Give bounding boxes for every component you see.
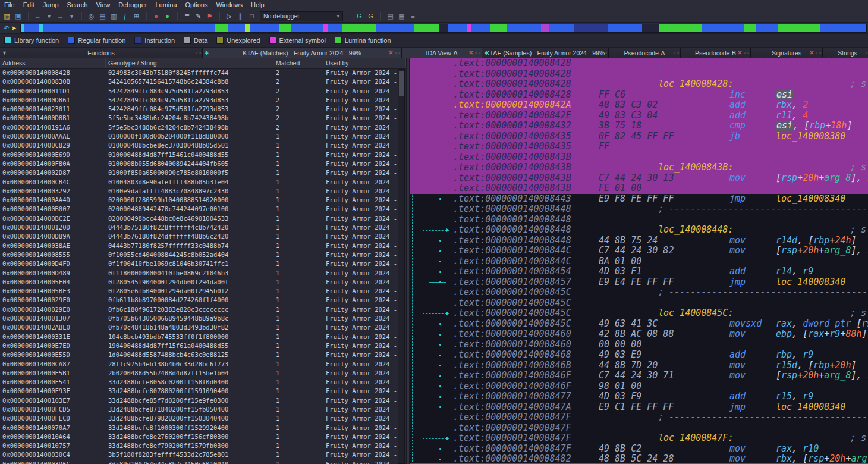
table-row[interactable]: 0x000000014000120D04443b75180f8228ffffff…: [0, 223, 406, 232]
lumina-pull-icon[interactable]: G: [354, 11, 365, 21]
table-row[interactable]: 0x000000014000CA8728ffc975b4eb138b4b0c33…: [0, 360, 406, 369]
table-row[interactable]: 0x00000001400029F00fb611b8b897000084d274…: [0, 296, 406, 305]
disasm-instruction-line[interactable]: .text:000000014000847F49 8B C2movrax, r1…: [410, 444, 868, 454]
table-row[interactable]: 0x00000001400038AE04443b77180f8257ffffff…: [0, 242, 406, 250]
close-icon[interactable]: ✕: [809, 50, 814, 56]
disasm-instruction-line[interactable]: .text:00000001400084323B 75 18cmpesi, [r…: [410, 121, 868, 131]
table-row[interactable]: 0x00000001400191A65f5e5bc3488b6c24204c8b…: [0, 123, 406, 132]
disasm-label-line[interactable]: .text:000000014000845Cloc_14000845C:; s: [410, 308, 868, 319]
table-row[interactable]: 0x000000014000F54133d2488bcfe8058c0200ff…: [0, 378, 406, 387]
resume-icon[interactable]: ●: [162, 11, 173, 21]
table-row[interactable]: 0x00000001400085550f10055cd404008844245c…: [0, 250, 406, 259]
table-row[interactable]: 0x000000014000830B54241056574156415748b6…: [0, 77, 406, 86]
table-row[interactable]: 0x000000014000FCD533d2488bcfe871840200ff…: [0, 405, 406, 414]
script-icon[interactable]: ✎: [193, 11, 204, 21]
disasm-separator-line[interactable]: .text:000000014000847F; ----------------…: [410, 412, 868, 423]
disasm-instruction-line[interactable]: .text:000000014000845C49 63 41 3Cmovsxdr…: [410, 319, 868, 330]
disasm-instruction-line[interactable]: .text:0000000140008443E9 F8 FE FF FFjmpl…: [410, 194, 868, 205]
maximize-window-icon[interactable]: ▫: [605, 51, 607, 55]
float-window-icon[interactable]: ▫: [816, 51, 817, 55]
table-row[interactable]: 0x000000014000E5B12b0200488d55b7488d4d87…: [0, 369, 406, 378]
forward-history-icon[interactable]: ▾: [66, 11, 77, 21]
jump-address-icon[interactable]: ◎: [86, 11, 97, 21]
table-row[interactable]: 0x000000014000F80A0100008b055d6804008942…: [0, 159, 406, 168]
menu-item-edit[interactable]: Edit: [19, 1, 39, 10]
float-window-icon[interactable]: ▫: [744, 51, 746, 55]
column-header-genotype-string[interactable]: Genotype / String: [106, 58, 273, 68]
table-row[interactable]: 0x00000001400103E733d2488bcfe85f7d0200ff…: [0, 396, 406, 405]
disasm-instruction-line[interactable]: .text:000000014000846FC7 44 24 30 71mov[…: [410, 371, 868, 381]
table-row[interactable]: 0x00000001400032920100e9dafaffff4883c708…: [0, 187, 406, 196]
float-window-icon[interactable]: ▫: [674, 51, 675, 55]
save-icon[interactable]: ▣: [12, 11, 24, 21]
tab-functions[interactable]: ▼Functions▫▫: [0, 48, 203, 58]
table-row[interactable]: 0x000000014000F93F33d2488bcfe807880200ff…: [0, 387, 406, 396]
vertical-scrollbar[interactable]: [398, 69, 405, 464]
table-row[interactable]: 0x000000014000BC2E020000498bcc448bc0e8c4…: [0, 214, 406, 223]
column-header-matched[interactable]: Matched: [273, 58, 323, 68]
disasm-instruction-line[interactable]: .text:00000001400084544D 03 F1addr14, r9: [410, 267, 868, 277]
lumina-push-icon[interactable]: G: [365, 11, 376, 21]
stop-process-icon[interactable]: □: [246, 11, 257, 21]
disasm-label-line[interactable]: .text:000000014000847Floc_14000847F:; s: [410, 433, 868, 444]
disasm-instruction-line[interactable]: .text:000000014000847AE9 C1 FE FF FFjmpl…: [410, 402, 868, 413]
disasm-instruction-line[interactable]: .text:000000014000846B44 8B 7D 20movr15d…: [410, 360, 868, 371]
maximize-window-icon[interactable]: ▫: [747, 51, 749, 55]
close-icon[interactable]: ✕: [737, 50, 742, 56]
disasm-label-line[interactable]: .text:000000014000843Bloc_14000843B:; s: [410, 162, 868, 173]
pause-process-icon[interactable]: ∥: [235, 11, 246, 21]
maximize-window-icon[interactable]: ▫: [479, 51, 480, 55]
maximize-window-icon[interactable]: ▫: [199, 51, 201, 55]
back-history-icon[interactable]: ▾: [43, 11, 55, 21]
output-window-icon[interactable]: ▦: [396, 11, 407, 21]
table-row[interactable]: 0x00000001400029E00fb6c180f961720383e820…: [0, 305, 406, 314]
disasm-line[interactable]: .text:000000014000843B: [410, 152, 868, 163]
disasm-instruction-line[interactable]: .text:000000014000846849 03 E9addrbp, r9: [410, 350, 868, 360]
table-row[interactable]: 0x000000014002ABE00fb70c48418b148a4803d3…: [0, 323, 406, 332]
disasm-line[interactable]: .text:000000014000846F98 01 00: [410, 381, 868, 392]
table-row[interactable]: 0x000000014000E7ED190400488d4d87ff15f61a…: [0, 341, 406, 350]
table-row[interactable]: 0x000000014000FECD33d2488bcfe879820200ff…: [0, 414, 406, 423]
menu-item-search[interactable]: Search: [63, 1, 92, 10]
maximize-window-icon[interactable]: ▫: [819, 51, 821, 55]
menu-item-options[interactable]: Options: [181, 1, 212, 10]
tab-ktae-samples-fruity-armor-2024-99[interactable]: ✱KTAE (Samples) - Fruity Armor 2024 - 99…: [482, 48, 609, 58]
disasm-line[interactable]: .text:000000014000847F: [410, 423, 868, 434]
menu-item-debugger[interactable]: Debugger: [114, 1, 151, 10]
table-row[interactable]: 0x0000000140008428024983c3043b75180f8245…: [0, 68, 406, 77]
disasm-line[interactable]: .text:0000000140008448: [410, 215, 868, 225]
tab-ktae-matches-fruity-armor-2024-99[interactable]: ✱KTAE (Matches) - Fruity Armor 2024 - 99…: [203, 48, 402, 58]
table-row[interactable]: 0x000000014000CB4C01004803d8e90afeffff48…: [0, 178, 406, 187]
disasm-instruction-line[interactable]: .text:000000014000843BC7 44 24 30 13mov[…: [410, 173, 868, 184]
table-row[interactable]: 0x00000001400070A733d2488bcfe8f1000300ff…: [0, 424, 406, 432]
float-window-icon[interactable]: ▫: [475, 51, 477, 55]
table-row[interactable]: 0x0000000140005BE30f2805e6fb04000f294da0…: [0, 287, 406, 296]
column-header-used-by[interactable]: Used by: [323, 58, 406, 68]
float-window-icon[interactable]: ▫: [196, 51, 197, 55]
disasm-instruction-line[interactable]: .text:00000001400084774D 03 F9addr15, r9: [410, 391, 868, 402]
disasm-line[interactable]: .text:0000000140008428: [410, 69, 868, 80]
float-window-icon[interactable]: ▫: [395, 51, 397, 55]
disasm-instruction-line[interactable]: .text:000000014000844844 8B 75 24movr14d…: [410, 236, 868, 246]
windows-list-icon[interactable]: ▤: [385, 11, 396, 21]
table-row[interactable]: 0x000000014001075733d2488bcfe8ef790200ff…: [0, 441, 406, 450]
disasm-instruction-line[interactable]: .text:000000014000842A48 83 C3 02addrbx,…: [410, 100, 868, 111]
open-file-icon[interactable]: ▨: [1, 11, 12, 21]
debugger-selector[interactable]: No debugger▾: [260, 11, 343, 21]
table-row[interactable]: 0x000000014000D4FD0f1f00410fbe1069c81046…: [0, 259, 406, 268]
options-list-icon[interactable]: ≡: [407, 11, 419, 21]
table-row[interactable]: 0x0000000140003D6C3dc89d100754e44c8b7c24…: [0, 460, 406, 464]
menu-item-view[interactable]: View: [92, 1, 114, 10]
undo-navigation-icon[interactable]: ↶: [4, 24, 9, 32]
table-row[interactable]: 0x0000000140005F040f280545f904000f294db0…: [0, 278, 406, 287]
disasm-instruction-line[interactable]: .text:0000000140008457E9 E4 FE FF FFjmpl…: [410, 277, 868, 288]
table-row[interactable]: 0x000000014000AAAE0100000f100d00b204000f…: [0, 132, 406, 141]
disasm-separator-line[interactable]: .text:0000000140008448; ----------------…: [410, 204, 868, 215]
menu-item-file[interactable]: File: [0, 1, 19, 10]
table-row[interactable]: 0x000000014000331E104c8bcb493bdb745533ff…: [0, 333, 406, 341]
disasm-instruction-line[interactable]: .text:000000014000842E49 83 C3 04addr11,…: [410, 111, 868, 121]
names-window-icon[interactable]: ▥: [108, 11, 119, 21]
close-icon[interactable]: ✕: [388, 50, 393, 56]
table-row[interactable]: 0x000000014000E69D010000488d4d87ff15461c…: [0, 151, 406, 159]
float-window-icon[interactable]: ▫: [602, 51, 603, 55]
